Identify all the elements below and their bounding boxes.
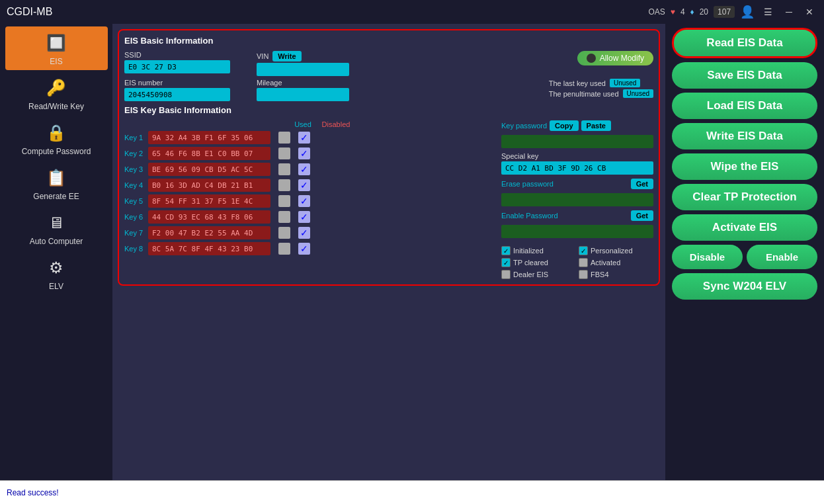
penultimate-badge: Unused bbox=[623, 89, 653, 98]
status-label-4: Dealer EIS bbox=[513, 271, 548, 278]
status-label-1: Personalized bbox=[591, 247, 633, 255]
key-row-6: Key 6 44 CD 93 EC 68 43 F8 06 ✓ bbox=[124, 210, 491, 224]
sidebar-item-auto-computer[interactable]: 🖥 Auto Computer bbox=[5, 206, 108, 250]
key-4-disabled-checkbox[interactable]: ✓ bbox=[298, 179, 310, 191]
eis-key-inner: Used Disabled Key 1 9A 32 A4 3B F1 6F 35… bbox=[124, 120, 653, 279]
eis-basic-title: EIS Basic Information bbox=[124, 36, 653, 46]
load-eis-data-button[interactable]: Load EIS Data bbox=[672, 93, 817, 119]
titlebar-left: CGDI-MB bbox=[7, 6, 52, 18]
key-8-disabled-checkbox[interactable]: ✓ bbox=[298, 243, 310, 255]
vin-value bbox=[257, 63, 349, 76]
eis-label: EIS bbox=[50, 57, 62, 66]
key-2-used-checkbox[interactable] bbox=[278, 147, 290, 159]
ssid-value: E0 3C 27 D3 bbox=[124, 60, 230, 73]
status-check-4[interactable] bbox=[501, 270, 511, 279]
main-area: 🔲 EIS 🔑 Read/Write Key 🔒 Compute Passwor… bbox=[0, 24, 824, 480]
wipe-the-eis-button[interactable]: Wipe the EIS bbox=[672, 153, 817, 180]
oas-label: OAS bbox=[648, 7, 665, 17]
sidebar-item-read-write-key[interactable]: 🔑 Read/Write Key bbox=[5, 71, 108, 115]
key-2-disabled-checkbox[interactable]: ✓ bbox=[298, 147, 310, 159]
key-3-hex: BE 69 56 09 CB D5 AC 5C bbox=[148, 163, 270, 176]
key-7-disabled-checkbox[interactable]: ✓ bbox=[298, 227, 310, 239]
key-2-label: Key 2 bbox=[124, 149, 144, 157]
sidebar-item-generate-ee[interactable]: 📋 Generate EE bbox=[5, 161, 108, 205]
disable-enable-row: Disable Enable bbox=[672, 245, 817, 269]
sidebar-item-eis[interactable]: 🔲 EIS bbox=[5, 26, 108, 70]
key-7-label: Key 7 bbox=[124, 229, 144, 237]
copy-button[interactable]: Copy bbox=[550, 120, 579, 131]
write-button[interactable]: Write bbox=[272, 51, 301, 62]
key-rows-container: Key 1 9A 32 A4 3B F1 6F 35 06 ✓ Key 2 65… bbox=[124, 131, 491, 255]
key-5-used-checkbox[interactable] bbox=[278, 195, 290, 207]
key-row-2: Key 2 65 46 F6 8B E1 C0 BB 07 ✓ bbox=[124, 147, 491, 160]
generate-ee-icon: 📋 bbox=[40, 165, 72, 190]
status-item-1: Personalized bbox=[579, 246, 653, 255]
close-button[interactable]: ✕ bbox=[802, 5, 817, 19]
hearts-count: 4 bbox=[680, 7, 685, 17]
read-write-key-label: Read/Write Key bbox=[28, 102, 84, 111]
sync-w204-elv-button[interactable]: Sync W204 ELV bbox=[672, 273, 817, 300]
sidebar-item-compute-password[interactable]: 🔒 Compute Password bbox=[5, 116, 108, 160]
level-badge: 107 bbox=[714, 6, 735, 18]
key-1-disabled-checkbox[interactable]: ✓ bbox=[298, 132, 310, 144]
status-check-1[interactable] bbox=[579, 246, 588, 255]
activate-eis-button[interactable]: Activate EIS bbox=[672, 214, 817, 241]
user-icon: 👤 bbox=[740, 5, 755, 19]
key-6-label: Key 6 bbox=[124, 213, 144, 221]
compute-password-icon: 🔒 bbox=[40, 120, 72, 146]
key-row-7: Key 7 F2 00 47 B2 E2 55 AA 4D ✓ bbox=[124, 226, 491, 239]
key-6-used-checkbox[interactable] bbox=[278, 211, 290, 223]
key-1-used-checkbox[interactable] bbox=[278, 132, 290, 144]
eis-basic-section: EIS Basic Information SSID E0 3C 27 D3 V… bbox=[124, 36, 653, 101]
save-eis-data-button[interactable]: Save EIS Data bbox=[672, 62, 817, 89]
allow-modify-button[interactable]: Allow Modify bbox=[577, 51, 653, 65]
key-4-used-checkbox[interactable] bbox=[278, 179, 290, 191]
disable-button[interactable]: Disable bbox=[672, 245, 743, 269]
key-3-label: Key 3 bbox=[124, 165, 144, 173]
status-item-2: TP cleared bbox=[501, 258, 576, 267]
status-label-3: Activated bbox=[591, 259, 620, 267]
enable-button[interactable]: Enable bbox=[747, 245, 817, 269]
key-6-disabled-checkbox[interactable]: ✓ bbox=[298, 211, 310, 223]
diamond-icon: ♦ bbox=[690, 7, 694, 17]
read-eis-data-button[interactable]: Read EIS Data bbox=[672, 28, 817, 58]
minimize-button[interactable]: ─ bbox=[782, 5, 796, 19]
status-check-5[interactable] bbox=[579, 270, 588, 279]
right-sidebar: Read EIS DataSave EIS DataLoad EIS DataW… bbox=[665, 24, 824, 480]
status-label-2: TP cleared bbox=[513, 259, 548, 267]
paste-button[interactable]: Paste bbox=[581, 120, 611, 131]
status-check-0[interactable] bbox=[501, 246, 511, 255]
titlebar-right: OAS ♥ 4 ♦ 20 107 👤 ☰ ─ ✕ bbox=[648, 5, 817, 19]
enable-get-button[interactable]: Get bbox=[631, 210, 653, 221]
clear-tp-protection-button[interactable]: Clear TP Protection bbox=[672, 184, 817, 210]
key-list: Used Disabled Key 1 9A 32 A4 3B F1 6F 35… bbox=[124, 120, 491, 279]
key-8-used-checkbox[interactable] bbox=[278, 243, 290, 255]
key-7-hex: F2 00 47 B2 E2 55 AA 4D bbox=[148, 226, 270, 239]
sidebar-item-elv[interactable]: ⚙ ELV bbox=[5, 251, 108, 295]
key-3-used-checkbox[interactable] bbox=[278, 163, 290, 175]
key-7-used-checkbox[interactable] bbox=[278, 227, 290, 239]
status-check-2[interactable] bbox=[501, 258, 511, 267]
key-password-bar bbox=[501, 135, 653, 148]
eis-number-label: EIS number bbox=[124, 79, 230, 87]
key-5-hex: 8F 54 FF 31 37 F5 1E 4C bbox=[148, 194, 270, 208]
write-eis-data-button[interactable]: Write EIS Data bbox=[672, 123, 817, 149]
key-2-hex: 65 46 F6 8B E1 C0 BB 07 bbox=[148, 147, 270, 160]
key-4-hex: B0 16 3D AD C4 DB 21 B1 bbox=[148, 179, 270, 192]
key-8-hex: 8C 5A 7C 8F 4F 43 23 B0 bbox=[148, 242, 270, 255]
status-check-3[interactable] bbox=[579, 258, 588, 267]
erase-get-button[interactable]: Get bbox=[631, 179, 653, 189]
status-grid: Initialized Personalized TP cleared Acti… bbox=[501, 246, 653, 279]
allow-modify-label: Allow Modify bbox=[600, 54, 644, 63]
key-5-label: Key 5 bbox=[124, 197, 144, 205]
key-3-disabled-checkbox[interactable]: ✓ bbox=[298, 163, 310, 175]
erase-password-row: Erase password Get bbox=[501, 179, 653, 189]
diamonds-count: 20 bbox=[700, 7, 708, 17]
special-key-section: Special key CC D2 A1 BD 3F 9D 26 CB bbox=[501, 152, 653, 175]
eis-info-row1: SSID E0 3C 27 D3 VIN Write Allow Mo bbox=[124, 51, 653, 76]
special-key-label: Special key bbox=[501, 152, 653, 160]
key-5-disabled-checkbox[interactable]: ✓ bbox=[298, 195, 310, 207]
key-password-label: Key password bbox=[501, 122, 547, 130]
menu-button[interactable]: ☰ bbox=[760, 5, 776, 19]
status-label-0: Initialized bbox=[513, 247, 544, 255]
